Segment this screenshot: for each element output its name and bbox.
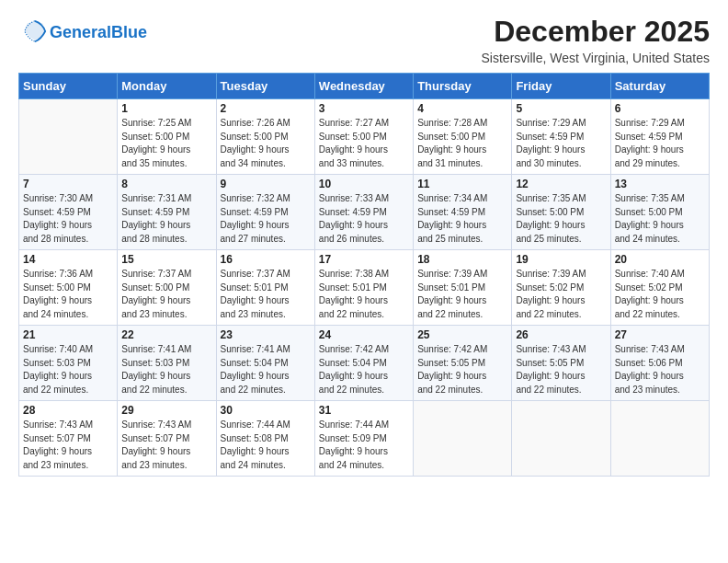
location-subtitle: Sistersville, West Virginia, United Stat… [482,51,710,65]
day-number: 9 [221,178,311,190]
calendar-cell: 4Sunrise: 7:28 AMSunset: 5:00 PMDaylight… [414,99,512,175]
calendar-cell: 3Sunrise: 7:27 AMSunset: 5:00 PMDaylight… [314,99,413,175]
day-number: 19 [516,253,606,266]
calendar-cell: 27Sunrise: 7:43 AMSunset: 5:06 PMDayligh… [610,326,709,401]
day-info: Sunrise: 7:26 AMSunset: 5:00 PMDaylight:… [221,117,311,170]
day-info: Sunrise: 7:29 AMSunset: 4:59 PMDaylight:… [516,117,606,170]
calendar-cell: 31Sunrise: 7:44 AMSunset: 5:09 PMDayligh… [314,401,413,477]
calendar-cell: 16Sunrise: 7:37 AMSunset: 5:01 PMDayligh… [216,250,314,326]
day-number: 22 [121,328,211,341]
day-number: 3 [319,102,409,115]
calendar-cell: 11Sunrise: 7:34 AMSunset: 4:59 PMDayligh… [414,175,512,250]
day-number: 7 [23,178,113,190]
day-info: Sunrise: 7:39 AMSunset: 5:01 PMDaylight:… [417,268,507,321]
calendar-cell [19,99,118,175]
day-info: Sunrise: 7:33 AMSunset: 4:59 PMDaylight:… [319,192,409,246]
calendar-cell [610,401,709,477]
day-number: 16 [221,253,311,266]
calendar-cell: 18Sunrise: 7:39 AMSunset: 5:01 PMDayligh… [414,250,512,326]
calendar-cell: 12Sunrise: 7:35 AMSunset: 5:00 PMDayligh… [512,175,610,250]
header: GeneralBlue December 2025 Sistersville, … [18,15,710,65]
month-title: December 2025 [482,15,710,49]
day-info: Sunrise: 7:29 AMSunset: 4:59 PMDaylight:… [615,117,705,170]
day-number: 25 [417,328,507,341]
calendar-cell: 19Sunrise: 7:39 AMSunset: 5:02 PMDayligh… [512,250,610,326]
day-info: Sunrise: 7:32 AMSunset: 4:59 PMDaylight:… [221,192,311,246]
day-number: 15 [121,253,211,266]
calendar-cell [512,401,610,477]
day-info: Sunrise: 7:35 AMSunset: 5:00 PMDaylight:… [516,192,606,246]
logo-blue: Blue [111,23,147,41]
calendar-day-header: Thursday [414,74,512,99]
day-number: 5 [516,102,606,115]
day-info: Sunrise: 7:41 AMSunset: 5:03 PMDaylight:… [121,343,211,396]
calendar-cell: 29Sunrise: 7:43 AMSunset: 5:07 PMDayligh… [118,401,216,477]
day-info: Sunrise: 7:42 AMSunset: 5:04 PMDaylight:… [319,343,409,396]
calendar-cell: 25Sunrise: 7:42 AMSunset: 5:05 PMDayligh… [414,326,512,401]
calendar-cell: 24Sunrise: 7:42 AMSunset: 5:04 PMDayligh… [314,326,413,401]
calendar-week-row: 14Sunrise: 7:36 AMSunset: 5:00 PMDayligh… [19,250,710,326]
calendar-cell: 10Sunrise: 7:33 AMSunset: 4:59 PMDayligh… [314,175,413,250]
calendar-cell: 8Sunrise: 7:31 AMSunset: 4:59 PMDaylight… [118,175,216,250]
day-number: 26 [516,328,606,341]
day-number: 24 [319,328,409,341]
day-info: Sunrise: 7:27 AMSunset: 5:00 PMDaylight:… [319,117,409,170]
calendar-cell: 5Sunrise: 7:29 AMSunset: 4:59 PMDaylight… [512,99,610,175]
day-number: 10 [319,178,409,190]
calendar-header-row: SundayMondayTuesdayWednesdayThursdayFrid… [19,74,710,99]
day-info: Sunrise: 7:39 AMSunset: 5:02 PMDaylight:… [516,268,606,321]
day-info: Sunrise: 7:25 AMSunset: 5:00 PMDaylight:… [121,117,211,170]
calendar-cell: 2Sunrise: 7:26 AMSunset: 5:00 PMDaylight… [216,99,314,175]
calendar-day-header: Friday [512,74,610,99]
day-info: Sunrise: 7:43 AMSunset: 5:06 PMDaylight:… [615,343,705,396]
calendar-week-row: 7Sunrise: 7:30 AMSunset: 4:59 PMDaylight… [19,175,710,250]
calendar-cell: 22Sunrise: 7:41 AMSunset: 5:03 PMDayligh… [118,326,216,401]
day-number: 4 [417,102,507,115]
day-info: Sunrise: 7:40 AMSunset: 5:03 PMDaylight:… [23,343,113,396]
day-info: Sunrise: 7:44 AMSunset: 5:08 PMDaylight:… [221,419,311,472]
calendar-cell: 13Sunrise: 7:35 AMSunset: 5:00 PMDayligh… [610,175,709,250]
calendar-cell: 30Sunrise: 7:44 AMSunset: 5:08 PMDayligh… [216,401,314,477]
calendar-cell: 6Sunrise: 7:29 AMSunset: 4:59 PMDaylight… [610,99,709,175]
day-info: Sunrise: 7:44 AMSunset: 5:09 PMDaylight:… [319,419,409,472]
day-number: 1 [121,102,211,115]
day-info: Sunrise: 7:41 AMSunset: 5:04 PMDaylight:… [221,343,311,396]
day-info: Sunrise: 7:37 AMSunset: 5:00 PMDaylight:… [121,268,211,321]
page-container: GeneralBlue December 2025 Sistersville, … [0,0,728,486]
day-number: 28 [23,404,113,417]
calendar-table: SundayMondayTuesdayWednesdayThursdayFrid… [18,73,710,477]
day-number: 11 [417,178,507,190]
day-number: 8 [121,178,211,190]
day-info: Sunrise: 7:35 AMSunset: 5:00 PMDaylight:… [615,192,705,246]
calendar-cell: 20Sunrise: 7:40 AMSunset: 5:02 PMDayligh… [610,250,709,326]
day-number: 18 [417,253,507,266]
calendar-cell: 17Sunrise: 7:38 AMSunset: 5:01 PMDayligh… [314,250,413,326]
calendar-cell: 14Sunrise: 7:36 AMSunset: 5:00 PMDayligh… [19,250,118,326]
day-info: Sunrise: 7:38 AMSunset: 5:01 PMDaylight:… [319,268,409,321]
day-number: 31 [319,404,409,417]
day-number: 13 [615,178,705,190]
calendar-day-header: Monday [118,74,216,99]
calendar-cell: 28Sunrise: 7:43 AMSunset: 5:07 PMDayligh… [19,401,118,477]
calendar-cell: 23Sunrise: 7:41 AMSunset: 5:04 PMDayligh… [216,326,314,401]
calendar-day-header: Tuesday [216,74,314,99]
day-number: 27 [615,328,705,341]
day-info: Sunrise: 7:43 AMSunset: 5:07 PMDaylight:… [23,419,113,472]
calendar-week-row: 21Sunrise: 7:40 AMSunset: 5:03 PMDayligh… [19,326,710,401]
logo-text-line1: GeneralBlue [50,24,147,42]
calendar-week-row: 1Sunrise: 7:25 AMSunset: 5:00 PMDaylight… [19,99,710,175]
day-number: 14 [23,253,113,266]
day-number: 29 [121,404,211,417]
day-number: 6 [615,102,705,115]
day-info: Sunrise: 7:43 AMSunset: 5:05 PMDaylight:… [516,343,606,396]
calendar-week-row: 28Sunrise: 7:43 AMSunset: 5:07 PMDayligh… [19,401,710,477]
logo: GeneralBlue [18,18,147,48]
title-block: December 2025 Sistersville, West Virgini… [482,15,710,65]
calendar-cell: 9Sunrise: 7:32 AMSunset: 4:59 PMDaylight… [216,175,314,250]
calendar-cell: 26Sunrise: 7:43 AMSunset: 5:05 PMDayligh… [512,326,610,401]
day-info: Sunrise: 7:40 AMSunset: 5:02 PMDaylight:… [615,268,705,321]
day-number: 17 [319,253,409,266]
day-info: Sunrise: 7:36 AMSunset: 5:00 PMDaylight:… [23,268,113,321]
day-info: Sunrise: 7:28 AMSunset: 5:00 PMDaylight:… [417,117,507,170]
day-number: 23 [221,328,311,341]
